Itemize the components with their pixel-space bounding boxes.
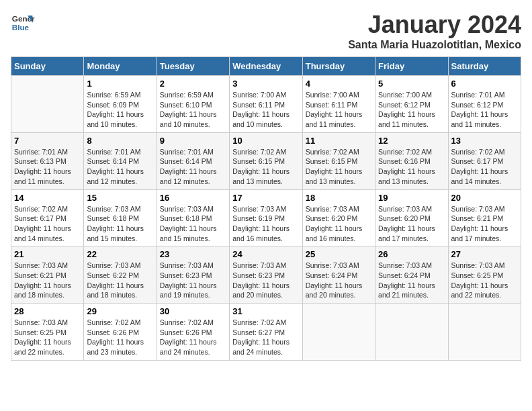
day-info: Sunrise: 7:03 AMSunset: 6:21 PMDaylight:…	[451, 204, 518, 244]
calendar-cell: 13Sunrise: 7:02 AMSunset: 6:17 PMDayligh…	[448, 132, 521, 189]
calendar-cell: 8Sunrise: 7:01 AMSunset: 6:14 PMDaylight…	[84, 132, 157, 189]
day-info: Sunrise: 7:02 AMSunset: 6:17 PMDaylight:…	[14, 204, 81, 244]
calendar-cell: 9Sunrise: 7:01 AMSunset: 6:14 PMDaylight…	[157, 132, 229, 189]
day-number: 27	[451, 249, 518, 259]
calendar-cell: 24Sunrise: 7:03 AMSunset: 6:23 PMDayligh…	[230, 246, 302, 304]
calendar-cell: 22Sunrise: 7:03 AMSunset: 6:22 PMDayligh…	[84, 246, 157, 304]
calendar-cell: 21Sunrise: 7:03 AMSunset: 6:21 PMDayligh…	[11, 246, 84, 304]
day-info: Sunrise: 7:03 AMSunset: 6:25 PMDaylight:…	[451, 261, 518, 300]
calendar-cell: 11Sunrise: 7:02 AMSunset: 6:15 PMDayligh…	[302, 132, 375, 189]
day-number: 11	[306, 136, 372, 146]
day-number: 30	[160, 306, 226, 316]
day-number: 20	[451, 193, 518, 203]
calendar-cell: 29Sunrise: 7:02 AMSunset: 6:26 PMDayligh…	[84, 304, 157, 361]
calendar-cell: 19Sunrise: 7:03 AMSunset: 6:20 PMDayligh…	[375, 189, 448, 246]
day-number: 24	[232, 249, 299, 259]
calendar-cell: 27Sunrise: 7:03 AMSunset: 6:25 PMDayligh…	[448, 246, 521, 304]
day-number: 13	[451, 136, 518, 146]
day-number: 28	[14, 306, 81, 316]
day-info: Sunrise: 7:03 AMSunset: 6:20 PMDaylight:…	[306, 204, 372, 244]
calendar-cell: 3Sunrise: 7:00 AMSunset: 6:11 PMDaylight…	[230, 76, 302, 133]
calendar-cell: 20Sunrise: 7:03 AMSunset: 6:21 PMDayligh…	[448, 189, 521, 246]
day-info: Sunrise: 7:00 AMSunset: 6:12 PMDaylight:…	[378, 90, 445, 130]
day-header-sunday: Sunday	[11, 57, 84, 76]
calendar-week-row: 1Sunrise: 6:59 AMSunset: 6:09 PMDaylight…	[11, 76, 521, 133]
day-header-wednesday: Wednesday	[230, 57, 302, 76]
day-number: 3	[232, 79, 299, 89]
calendar-header-row: SundayMondayTuesdayWednesdayThursdayFrid…	[11, 57, 521, 76]
calendar-cell: 23Sunrise: 7:03 AMSunset: 6:23 PMDayligh…	[157, 246, 229, 304]
day-number: 26	[378, 249, 445, 259]
day-header-monday: Monday	[84, 57, 157, 76]
day-info: Sunrise: 7:02 AMSunset: 6:15 PMDaylight:…	[232, 147, 299, 187]
day-info: Sunrise: 6:59 AMSunset: 6:10 PMDaylight:…	[160, 90, 226, 130]
svg-text:Blue: Blue	[12, 23, 30, 32]
calendar-week-row: 21Sunrise: 7:03 AMSunset: 6:21 PMDayligh…	[11, 246, 521, 304]
day-header-saturday: Saturday	[448, 57, 521, 76]
day-number: 8	[87, 136, 153, 146]
calendar-cell: 10Sunrise: 7:02 AMSunset: 6:15 PMDayligh…	[230, 132, 302, 189]
day-number: 15	[87, 193, 153, 203]
day-info: Sunrise: 7:02 AMSunset: 6:17 PMDaylight:…	[451, 147, 518, 187]
calendar-cell: 16Sunrise: 7:03 AMSunset: 6:18 PMDayligh…	[157, 189, 229, 246]
calendar-cell	[11, 76, 84, 133]
calendar-cell: 5Sunrise: 7:00 AMSunset: 6:12 PMDaylight…	[375, 76, 448, 133]
day-number: 25	[306, 249, 372, 259]
day-info: Sunrise: 7:01 AMSunset: 6:14 PMDaylight:…	[87, 147, 153, 187]
title-area: January 2024 Santa Maria Huazolotitlan, …	[348, 11, 521, 51]
day-number: 9	[160, 136, 226, 146]
logo: General Blue	[11, 11, 35, 35]
day-info: Sunrise: 6:59 AMSunset: 6:09 PMDaylight:…	[87, 90, 153, 130]
day-number: 19	[378, 193, 445, 203]
day-number: 12	[378, 136, 445, 146]
day-info: Sunrise: 7:02 AMSunset: 6:16 PMDaylight:…	[378, 147, 445, 187]
calendar-cell: 15Sunrise: 7:03 AMSunset: 6:18 PMDayligh…	[84, 189, 157, 246]
calendar-cell: 1Sunrise: 6:59 AMSunset: 6:09 PMDaylight…	[84, 76, 157, 133]
day-info: Sunrise: 7:00 AMSunset: 6:11 PMDaylight:…	[232, 90, 299, 130]
day-number: 5	[378, 79, 445, 89]
day-info: Sunrise: 7:03 AMSunset: 6:18 PMDaylight:…	[160, 204, 226, 244]
day-info: Sunrise: 7:02 AMSunset: 6:26 PMDaylight:…	[160, 318, 226, 357]
day-info: Sunrise: 7:03 AMSunset: 6:18 PMDaylight:…	[87, 204, 153, 244]
day-info: Sunrise: 7:02 AMSunset: 6:27 PMDaylight:…	[232, 318, 299, 357]
calendar-week-row: 7Sunrise: 7:01 AMSunset: 6:13 PMDaylight…	[11, 132, 521, 189]
day-number: 10	[232, 136, 299, 146]
day-header-thursday: Thursday	[302, 57, 375, 76]
day-info: Sunrise: 7:03 AMSunset: 6:19 PMDaylight:…	[232, 204, 299, 244]
day-number: 2	[160, 79, 226, 89]
day-number: 16	[160, 193, 226, 203]
calendar-body: 1Sunrise: 6:59 AMSunset: 6:09 PMDaylight…	[11, 76, 521, 361]
day-info: Sunrise: 7:00 AMSunset: 6:11 PMDaylight:…	[306, 90, 372, 130]
day-number: 14	[14, 193, 81, 203]
day-header-tuesday: Tuesday	[157, 57, 229, 76]
day-info: Sunrise: 7:03 AMSunset: 6:24 PMDaylight:…	[378, 261, 445, 300]
day-info: Sunrise: 7:02 AMSunset: 6:15 PMDaylight:…	[306, 147, 372, 187]
calendar-cell: 25Sunrise: 7:03 AMSunset: 6:24 PMDayligh…	[302, 246, 375, 304]
calendar-cell: 12Sunrise: 7:02 AMSunset: 6:16 PMDayligh…	[375, 132, 448, 189]
day-number: 21	[14, 249, 81, 259]
day-number: 29	[87, 306, 153, 316]
day-info: Sunrise: 7:03 AMSunset: 6:25 PMDaylight:…	[14, 318, 81, 357]
calendar-cell: 7Sunrise: 7:01 AMSunset: 6:13 PMDaylight…	[11, 132, 84, 189]
day-info: Sunrise: 7:03 AMSunset: 6:21 PMDaylight:…	[14, 261, 81, 300]
calendar-cell: 18Sunrise: 7:03 AMSunset: 6:20 PMDayligh…	[302, 189, 375, 246]
day-info: Sunrise: 7:03 AMSunset: 6:23 PMDaylight:…	[160, 261, 226, 300]
day-header-friday: Friday	[375, 57, 448, 76]
calendar-cell: 31Sunrise: 7:02 AMSunset: 6:27 PMDayligh…	[230, 304, 302, 361]
calendar-cell: 4Sunrise: 7:00 AMSunset: 6:11 PMDaylight…	[302, 76, 375, 133]
calendar-cell: 17Sunrise: 7:03 AMSunset: 6:19 PMDayligh…	[230, 189, 302, 246]
day-info: Sunrise: 7:03 AMSunset: 6:20 PMDaylight:…	[378, 204, 445, 244]
day-number: 7	[14, 136, 81, 146]
day-info: Sunrise: 7:01 AMSunset: 6:12 PMDaylight:…	[451, 90, 518, 130]
day-info: Sunrise: 7:03 AMSunset: 6:22 PMDaylight:…	[87, 261, 153, 300]
calendar-cell: 30Sunrise: 7:02 AMSunset: 6:26 PMDayligh…	[157, 304, 229, 361]
calendar-cell: 28Sunrise: 7:03 AMSunset: 6:25 PMDayligh…	[11, 304, 84, 361]
calendar-cell: 14Sunrise: 7:02 AMSunset: 6:17 PMDayligh…	[11, 189, 84, 246]
calendar-cell	[375, 304, 448, 361]
day-number: 31	[232, 306, 299, 316]
day-number: 4	[306, 79, 372, 89]
day-info: Sunrise: 7:03 AMSunset: 6:24 PMDaylight:…	[306, 261, 372, 300]
calendar-cell	[448, 304, 521, 361]
day-info: Sunrise: 7:02 AMSunset: 6:26 PMDaylight:…	[87, 318, 153, 357]
day-number: 17	[232, 193, 299, 203]
